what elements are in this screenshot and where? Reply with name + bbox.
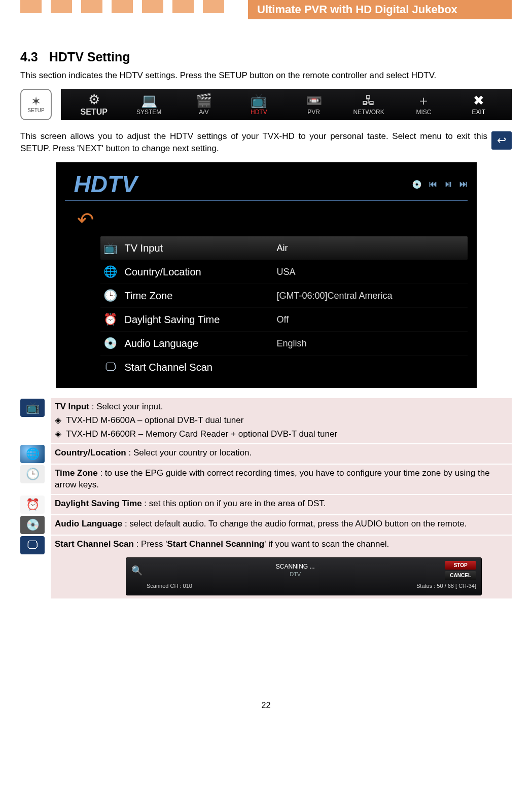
setting-row: ⏰Daylight Saving TimeOff bbox=[100, 307, 468, 331]
a/v-icon: 🎬 bbox=[196, 93, 212, 109]
channel-scan-figure: 🔍SCANNING ...DTVSTOPCANCELScanned CH : 0… bbox=[126, 557, 482, 595]
setting-row: 📺TV InputAir bbox=[100, 236, 468, 260]
setting-row-icon: 📺 bbox=[100, 241, 121, 255]
setup-button-icon: ✶ SETUP bbox=[20, 89, 52, 120]
back-icon: ↩ bbox=[491, 131, 512, 150]
setting-row: 🕒Time Zone[GMT-06:00]Central America bbox=[100, 284, 468, 307]
hdtv-icon: 📺 bbox=[251, 93, 267, 109]
setting-row-icon: 🌐 bbox=[100, 265, 121, 278]
settings-descriptions: 📺TV Input : Select your input.◈ TVX-HD M… bbox=[20, 397, 512, 599]
setting-row: 🌐Country/LocationUSA bbox=[100, 260, 468, 284]
desc-text: Daylight Saving Time : set this option o… bbox=[51, 495, 512, 515]
setting-row-icon: 🕒 bbox=[100, 289, 121, 302]
network-icon: 🖧 bbox=[362, 93, 375, 109]
desc-icon: ⏰ bbox=[20, 496, 45, 514]
header-swatch bbox=[112, 0, 133, 13]
toolbar-item-setup: ⚙SETUP bbox=[66, 92, 121, 117]
desc-icon: 💿 bbox=[20, 516, 45, 534]
system-icon: 💻 bbox=[141, 93, 157, 109]
scanned-label: Scanned CH : 010 bbox=[147, 582, 192, 590]
desc-text: Time Zone : to use the EPG guide with co… bbox=[51, 464, 512, 495]
setting-value: [GMT-06:00]Central America bbox=[277, 291, 393, 301]
header-swatch bbox=[20, 0, 42, 13]
setting-label: Audio Language bbox=[125, 338, 277, 349]
header-swatch bbox=[172, 0, 194, 13]
setting-label: Daylight Saving Time bbox=[125, 314, 277, 326]
paragraph: This screen allows you to adjust the HDT… bbox=[20, 130, 487, 155]
setting-row-icon: ⏰ bbox=[100, 313, 121, 326]
desc-icon: 🕒 bbox=[20, 465, 45, 483]
scan-subtitle: DTV bbox=[146, 571, 445, 578]
header-swatch bbox=[142, 0, 163, 13]
desc-icon: 🖵 bbox=[20, 536, 45, 554]
media-control-icon: ⏯ bbox=[444, 180, 452, 189]
hdtv-panel-title: HDTV bbox=[74, 170, 137, 198]
toolbar-item-network: 🖧NETWORK bbox=[341, 93, 396, 116]
hdtv-settings-figure: HDTV 💿⏮⏯⏭ ↶ 📺TV InputAir🌐Country/Locatio… bbox=[56, 162, 477, 388]
pvr-icon: 📼 bbox=[306, 93, 322, 109]
desc-icon: 🌐 bbox=[20, 445, 45, 463]
scan-title: SCANNING ... bbox=[146, 562, 445, 571]
setup-icon: ⚙ bbox=[88, 92, 100, 108]
desc-icon: 📺 bbox=[20, 399, 45, 417]
page-header: Ultimate PVR with HD Digital Jukebox bbox=[20, 0, 512, 19]
media-control-icon: ⏮ bbox=[429, 180, 437, 189]
setting-label: Country/Location bbox=[125, 266, 277, 278]
media-control-icon: ⏭ bbox=[459, 180, 468, 189]
setting-row: 💿Audio LanguageEnglish bbox=[100, 331, 468, 355]
toolbar-item-exit: ✖EXIT bbox=[451, 93, 506, 116]
stop-button: STOP bbox=[445, 561, 476, 570]
setting-value: Air bbox=[277, 243, 288, 254]
section-intro: This section indicates the HDTV settings… bbox=[20, 69, 512, 82]
desc-text: Start Channel Scan : Press 'Start Channe… bbox=[51, 535, 512, 599]
section-heading: 4.3HDTV Setting bbox=[20, 50, 512, 64]
toolbar-item-a/v: 🎬A/V bbox=[176, 93, 231, 116]
scan-status: Status : 50 / 68 [ CH-34] bbox=[416, 582, 476, 590]
gear-icon: ✶ bbox=[31, 95, 41, 108]
setting-label: Time Zone bbox=[125, 290, 277, 302]
desc-text: Audio Language : select default audio. T… bbox=[51, 515, 512, 535]
toolbar-item-pvr: 📼PVR bbox=[287, 93, 341, 116]
setting-value: English bbox=[277, 338, 307, 349]
media-control-icon: 💿 bbox=[412, 180, 422, 189]
page-number: 22 bbox=[20, 701, 512, 710]
exit-icon: ✖ bbox=[473, 93, 484, 109]
header-swatch bbox=[81, 0, 102, 13]
setting-row-icon: 🖵 bbox=[100, 361, 121, 374]
doc-title: Ultimate PVR with HD Digital Jukebox bbox=[248, 0, 512, 19]
misc-icon: ＋ bbox=[417, 93, 430, 109]
cancel-button: CANCEL bbox=[445, 571, 476, 580]
desc-text: Country/Location : Select your country o… bbox=[51, 444, 512, 464]
setting-label: TV Input bbox=[125, 242, 277, 254]
toolbar-item-system: 💻SYSTEM bbox=[121, 93, 176, 116]
setting-row: 🖵Start Channel Scan bbox=[100, 355, 468, 379]
setting-value: USA bbox=[277, 267, 296, 277]
setup-toolbar-figure: ✶ SETUP ⚙SETUP💻SYSTEM🎬A/V📺HDTV📼PVR🖧NETWO… bbox=[20, 89, 512, 120]
search-icon: 🔍 bbox=[131, 565, 146, 577]
setting-row-icon: 💿 bbox=[100, 337, 121, 350]
header-swatch bbox=[51, 0, 72, 13]
setting-value: Off bbox=[277, 314, 289, 325]
back-arrow-icon: ↶ bbox=[77, 208, 102, 233]
header-swatch bbox=[203, 0, 224, 13]
toolbar-item-misc: ＋MISC bbox=[396, 93, 451, 116]
setting-label: Start Channel Scan bbox=[125, 362, 277, 373]
desc-text: TV Input : Select your input.◈ TVX-HD M-… bbox=[51, 398, 512, 444]
toolbar-item-hdtv: 📺HDTV bbox=[231, 93, 286, 116]
